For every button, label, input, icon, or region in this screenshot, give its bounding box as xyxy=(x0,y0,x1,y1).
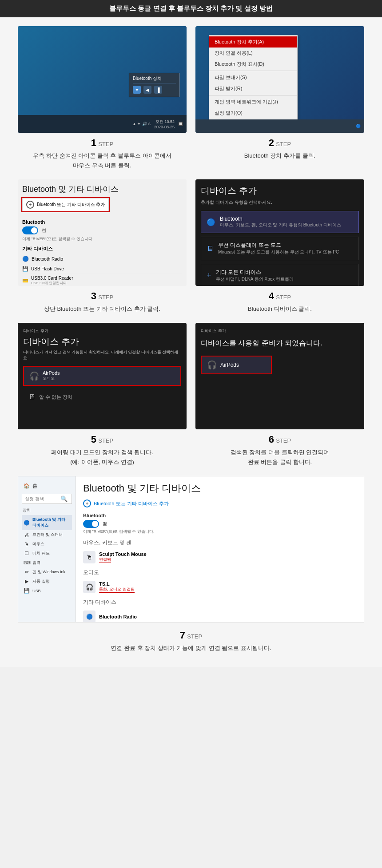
ctx-item-4[interactable]: 파일 받기(R) xyxy=(209,83,297,94)
sidebar-item-autorun[interactable]: ▶ 자동 실행 xyxy=(22,577,72,586)
bt-radio-icon-7: 🔵 xyxy=(83,610,96,622)
device-option-bt[interactable]: 🔵 Bluetooth 마우스, 키보드, 펜, 오디오 및 기타 유형의 Bl… xyxy=(201,211,359,233)
toggle-label-7: 켬 xyxy=(103,521,107,527)
step-3-text: STEP xyxy=(98,294,113,301)
audio-device-status: 통화, 오디오 연결됨 xyxy=(99,587,135,593)
step-4-desc: Bluetooth 디바이스 클릭. xyxy=(195,304,364,314)
other-devices-7: 기타 디바이스 🔵 Bluetooth Radio xyxy=(83,598,357,622)
other-title-3: 기타 디바이스 xyxy=(22,246,182,252)
time-text: 오전 10:52 xyxy=(155,119,175,125)
step-row-5-6: 디바이스 추가 디바이스 추가 디바이스가 켜져 있고 검색 가능한지 확인하세… xyxy=(18,323,364,467)
step-1-label: 1 STEP xyxy=(18,137,187,149)
screenshot-2: Bluetooth 장치 추가(A) 장치 연결 허용(L) Bluetooth… xyxy=(195,26,364,133)
ready-device-icon: 🎧 xyxy=(207,360,217,370)
step-2-desc: Bluetooth 장치 추가를 클릭. xyxy=(195,151,364,161)
ctx-item-0[interactable]: Bluetooth 장치 추가(A) xyxy=(209,36,297,48)
home-icon: 🏠 xyxy=(24,483,30,489)
step-cell-3: Bluetooth 및 기타 디바이스 + Bluetooth 또는 기타 디바… xyxy=(18,179,187,314)
step-1-text: STEP xyxy=(98,141,113,147)
device-option-wireless[interactable]: 🖥 무선 디스플레이 또는 도크 Miracast 또는 무선 도크를 사용하는… xyxy=(201,237,359,260)
content-area: Bluetooth 장치 ✦ ◀ ▐ ▲ ✦ 🔊 A 오전 10:52 xyxy=(0,17,382,667)
usb-card-name: USB3.0 Card Reader xyxy=(31,276,73,281)
add-device-row-7[interactable]: + Bluetooth 또는 기타 디바이스 추가 xyxy=(83,499,357,507)
unknown-device-icon: 🖥 xyxy=(28,393,36,401)
mouse-nav-label: 마우스 xyxy=(32,541,44,547)
search-box[interactable]: 🔍 xyxy=(22,494,72,504)
settings-title-3: Bluetooth 및 기타 디바이스 xyxy=(22,184,182,194)
autorun-nav-label: 자동 실행 xyxy=(32,579,50,584)
mouse-section-title: 마우스, 키보드 및 펜 xyxy=(83,539,357,547)
usb-nav-label: USB xyxy=(32,589,41,593)
unknown-device-label: 알 수 없는 장치 xyxy=(39,394,72,400)
ctx-item-5[interactable]: 개인 영역 네트워크에 가입(J) xyxy=(209,96,297,107)
device-add-header-5: 디바이스 추가 xyxy=(23,328,181,334)
ctx-item-3[interactable]: 파일 보내기(S) xyxy=(209,72,297,83)
add-device-btn-3[interactable]: + Bluetooth 또는 기타 디바이스 추가 xyxy=(22,198,109,211)
bt-note-3: 이제 "RIVER"(으)로 검색될 수 있습니다. xyxy=(22,236,182,242)
screenshot-3: Bluetooth 및 기타 디바이스 + Bluetooth 또는 기타 디바… xyxy=(18,179,187,286)
page-title: 블루투스 동글 연결 후 블루투스 장치 추가 및 설정 방법 xyxy=(109,4,273,12)
settings-main-title: Bluetooth 및 기타 디바이스 xyxy=(83,482,357,495)
step-row-3-4: Bluetooth 및 기타 디바이스 + Bluetooth 또는 기타 디바… xyxy=(18,179,364,314)
taskbar-2-icons: 🔵 xyxy=(356,124,361,128)
other-devices-section-3: 기타 디바이스 🔵 Bluetooth Radio 💾 USB Flash Dr… xyxy=(22,246,182,286)
sidebar-item-pen[interactable]: ✏ 펜 및 Windows Ink xyxy=(22,567,72,577)
step-4-desc-line1: Bluetooth 디바이스 클릭. xyxy=(195,304,364,314)
ctx-item-1[interactable]: 장치 연결 허용(L) xyxy=(209,48,297,59)
sidebar-item-touchpad[interactable]: ☐ 터치 패드 xyxy=(22,549,72,558)
sidebar-item-mouse[interactable]: 🖱 마우스 xyxy=(22,539,72,549)
sidebar-item-printer[interactable]: 🖨 프린터 및 스캐너 xyxy=(22,530,72,539)
sidebar-home[interactable]: 🏠 홈 xyxy=(22,481,72,491)
audio-section-title: 오디오 xyxy=(83,569,357,576)
screenshot-5: 디바이스 추가 디바이스 추가 디바이스가 켜져 있고 검색 가능한지 확인하세… xyxy=(18,323,187,429)
sidebar-item-usb[interactable]: 💾 USB xyxy=(22,586,72,595)
bt-toggle-3[interactable] xyxy=(22,226,38,234)
step-6-num: 6 xyxy=(269,434,274,445)
step-5-num: 5 xyxy=(91,434,96,445)
bt-toggle-7[interactable] xyxy=(83,520,99,528)
found-device-5[interactable]: 🎧 AirPods 오디오 xyxy=(23,366,181,386)
device-add-header-6: 디바이스 추가 xyxy=(201,328,359,334)
bt-section-title-3: Bluetooth xyxy=(22,219,182,225)
wireless-option-sub: Miracast 또는 무선 도크를 사용하는 무선 모니터, TV 또는 PC xyxy=(218,249,339,255)
step-1-desc: 우측 하단 숨겨진 아이콘 클릭 후 블루투스 아이콘에서 마우스 우측 버튼 … xyxy=(18,151,187,170)
bluetooth-nav-label: Bluetooth 및 기타 디바이스 xyxy=(32,517,70,528)
screenshot-7: 🏠 홈 🔍 장치 🔵 Bluetooth 및 기타 디바이스 🖨 xyxy=(18,476,364,622)
sidebar-settings: 🏠 홈 🔍 장치 🔵 Bluetooth 및 기타 디바이스 🖨 xyxy=(18,476,76,622)
step-7-label: 7 STEP xyxy=(18,630,364,641)
step-7-desc: 연결 완료 후 장치 상태가 기능에 맞게 연결 됨으로 표시됩니다. xyxy=(18,643,364,653)
sidebar-item-input[interactable]: ⌨ 입력 xyxy=(22,558,72,567)
bt-option-main: Bluetooth xyxy=(220,216,341,222)
audio-device-info: TS,L 통화, 오디오 연결됨 xyxy=(99,581,135,593)
pen-nav-label: 펜 및 Windows Ink xyxy=(32,569,65,575)
toggle-row-3: 켬 xyxy=(22,226,182,234)
step-5-text: STEP xyxy=(98,437,113,444)
found-device-icon: 🎧 xyxy=(29,371,39,381)
bt-radio-name-7: Bluetooth Radio xyxy=(99,614,137,619)
touchpad-nav-icon: ☐ xyxy=(24,551,30,556)
device-option-other[interactable]: + 기타 모든 디바이스 무선 어댑터, DLNA 등의 Xbox 컨트롤러 xyxy=(201,264,359,286)
usb-flash-name: USB Flash Drive xyxy=(31,266,64,271)
sidebar-item-bluetooth[interactable]: 🔵 Bluetooth 및 기타 디바이스 xyxy=(22,515,72,530)
search-icon: 🔍 xyxy=(60,495,68,502)
bt-popup-title: Bluetooth 장치 xyxy=(133,75,176,83)
touchpad-nav-label: 터치 패드 xyxy=(32,551,50,556)
sculpt-mouse-status: 연결됨 xyxy=(99,557,111,563)
date-text: 2020-08-25 xyxy=(154,125,175,129)
step-2-text: STEP xyxy=(276,141,291,147)
ctx-item-6[interactable]: 설정 열기(O) xyxy=(209,107,297,119)
add-device-subtitle-4: 추가할 디바이스 유형을 선택하세요. xyxy=(201,199,359,206)
mouse-nav-icon: 🖱 xyxy=(24,542,30,547)
search-input[interactable] xyxy=(25,496,60,501)
ctx-item-2[interactable]: Bluetooth 장치 표시(D) xyxy=(209,59,297,70)
add-device-label-7: Bluetooth 또는 기타 디바이스 추가 xyxy=(94,500,169,507)
ctx-sep-2 xyxy=(209,95,297,95)
step-4-num: 4 xyxy=(269,290,274,301)
taskbar-2: 🔵 xyxy=(195,119,364,133)
step-cell-1: Bluetooth 장치 ✦ ◀ ▐ ▲ ✦ 🔊 A 오전 10:52 xyxy=(18,26,187,170)
ctx-sep-1 xyxy=(209,71,297,71)
autorun-nav-icon: ▶ xyxy=(24,579,30,584)
screenshot-6: 디바이스 추가 디바이스를 사용할 준비가 되었습니다. 🎧 AirPods xyxy=(195,323,364,429)
device-item-usb-flash: 💾 USB Flash Drive xyxy=(22,264,182,274)
found-device-info: AirPods 오디오 xyxy=(43,370,60,381)
